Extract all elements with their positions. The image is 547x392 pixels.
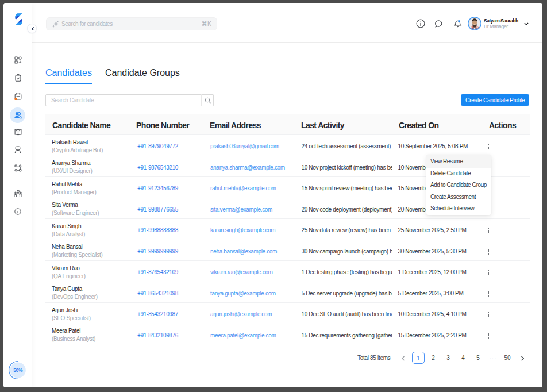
svg-text:50%: 50% [13, 367, 23, 373]
